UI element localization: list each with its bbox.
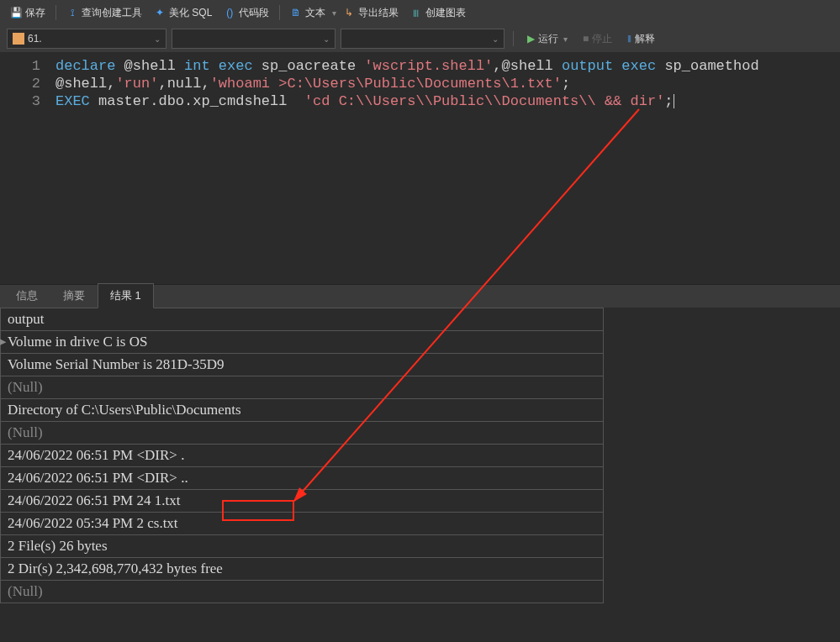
snippet-label: 代码段 [239, 6, 269, 20]
separator [55, 5, 56, 20]
chevron-down-icon: ⌄ [154, 34, 161, 44]
code-area[interactable]: declare @shell int exec sp_oacreate 'wsc… [49, 52, 840, 284]
brackets-icon: () [224, 7, 235, 18]
document-icon: 🗎 [290, 7, 302, 18]
chevron-down-icon: ⌄ [323, 34, 330, 44]
dropdown-arrow-icon[interactable]: ▾ [332, 8, 336, 18]
connection-toolbar: 61. ⌄ ⌄ ⌄ ▶ 运行 ▾ ■ 停止 ⦀ 解释 [0, 25, 840, 52]
code-line: @shell,'run',null,'whoami >C:\Users\Publ… [55, 75, 840, 92]
chart-label: 创建图表 [425, 6, 466, 20]
dropdown-arrow-icon[interactable]: ▾ [563, 34, 568, 44]
save-icon: 💾 [10, 7, 22, 18]
tab-info[interactable]: 信息 [3, 283, 50, 308]
text-button[interactable]: 🗎 文本 [285, 3, 330, 23]
stop-label: 停止 [592, 32, 612, 46]
tab-result-1[interactable]: 结果 1 [98, 283, 154, 308]
wand-icon: ⟟ [66, 7, 78, 18]
chevron-down-icon: ⌄ [492, 34, 499, 44]
save-label: 保存 [25, 6, 45, 20]
tab-summary[interactable]: 摘要 [50, 283, 98, 308]
result-row[interactable]: 24/06/2022 05:34 PM 2 cs.txt [0, 513, 604, 535]
sql-editor[interactable]: 1 2 3 declare @shell int exec sp_oacreat… [0, 52, 840, 284]
export-button[interactable]: ↳ 导出结果 [338, 3, 404, 23]
schema-select[interactable]: ⌄ [341, 29, 505, 49]
separator [279, 5, 280, 20]
chart-icon: ⫼ [410, 7, 422, 18]
text-label: 文本 [305, 6, 325, 20]
result-row[interactable]: (Null) [0, 422, 604, 445]
beautify-label: 美化 SQL [169, 6, 212, 20]
results-column-header[interactable]: output [0, 308, 604, 331]
result-row[interactable]: 24/06/2022 06:51 PM <DIR> . [0, 445, 604, 467]
line-number: 1 [0, 57, 40, 75]
connection-icon [13, 33, 24, 45]
result-tabs: 信息 摘要 结果 1 [0, 284, 840, 308]
row-marker-icon: ▶ [0, 336, 6, 347]
result-row[interactable]: ▶ Volume in drive C is OS [0, 331, 604, 354]
play-icon: ▶ [527, 33, 535, 45]
text-cursor [674, 94, 674, 108]
query-builder-label: 查询创建工具 [82, 6, 142, 20]
stop-button: ■ 停止 [578, 29, 617, 49]
run-button[interactable]: ▶ 运行 ▾ [522, 29, 573, 49]
explain-label: 解释 [635, 32, 655, 46]
results-panel: output ▶ Volume in drive C is OS Volume … [0, 308, 840, 603]
result-row[interactable]: 24/06/2022 06:51 PM 24 1.txt [0, 490, 604, 513]
chart-button[interactable]: ⫼ 创建图表 [405, 3, 471, 23]
query-builder-button[interactable]: ⟟ 查询创建工具 [61, 3, 147, 23]
separator [513, 31, 514, 46]
export-label: 导出结果 [358, 6, 399, 20]
line-number: 3 [0, 92, 40, 110]
database-select[interactable]: ⌄ [172, 29, 335, 49]
line-gutter: 1 2 3 [0, 52, 49, 284]
export-icon: ↳ [343, 7, 355, 18]
stop-icon: ■ [583, 33, 589, 45]
save-button[interactable]: 💾 保存 [5, 3, 50, 23]
result-row[interactable]: 2 File(s) 26 bytes [0, 535, 604, 558]
line-number: 2 [0, 75, 40, 92]
result-row[interactable]: (Null) [0, 581, 604, 603]
sparkle-icon: ✦ [154, 7, 166, 18]
result-row[interactable]: Volume Serial Number is 281D-35D9 [0, 354, 604, 376]
main-toolbar: 💾 保存 ⟟ 查询创建工具 ✦ 美化 SQL () 代码段 🗎 文本 ▾ ↳ 导… [0, 0, 840, 25]
explain-button[interactable]: ⦀ 解释 [622, 29, 660, 49]
connection-value: 61. [28, 33, 42, 45]
result-row[interactable]: (Null) [0, 376, 604, 399]
result-row[interactable]: Directory of C:\Users\Public\Documents [0, 399, 604, 422]
connection-select[interactable]: 61. ⌄ [7, 29, 166, 49]
result-row[interactable]: 2 Dir(s) 2,342,698,770,432 bytes free [0, 558, 604, 581]
code-line: declare @shell int exec sp_oacreate 'wsc… [55, 57, 840, 75]
code-line: EXEC master.dbo.xp_cmdshell 'cd C:\\User… [55, 92, 840, 110]
snippet-button[interactable]: () 代码段 [219, 3, 274, 23]
result-row[interactable]: 24/06/2022 06:51 PM <DIR> .. [0, 467, 604, 490]
explain-icon: ⦀ [627, 33, 631, 45]
run-label: 运行 [538, 32, 558, 46]
beautify-sql-button[interactable]: ✦ 美化 SQL [149, 3, 217, 23]
